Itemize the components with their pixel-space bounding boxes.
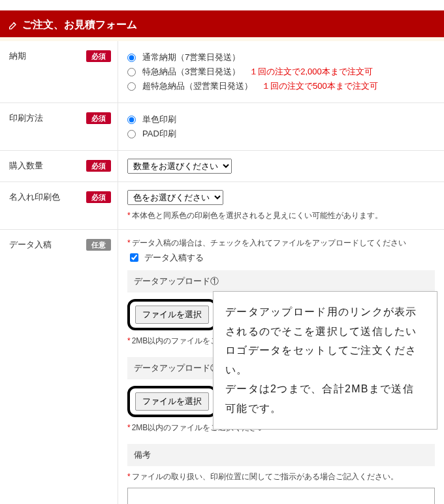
asterisk-icon: *	[127, 423, 131, 432]
delivery-radio-express[interactable]	[127, 68, 136, 76]
form-title: ご注文、お見積フォーム	[22, 18, 137, 32]
asterisk-icon: *	[127, 238, 131, 247]
print-color-help: *本体色と同系色の印刷色を選択されると見えにくい可能性があります。	[127, 210, 435, 221]
asterisk-icon: *	[127, 472, 131, 481]
required-badge: 必須	[86, 191, 111, 203]
delivery-label: 納期	[9, 50, 26, 62]
remarks-help: *ファイルの取り扱い、印刷位置に関してご指示がある場合ご記入ください。	[127, 471, 435, 482]
remarks-textarea[interactable]	[127, 488, 435, 504]
data-submit-checkbox[interactable]	[130, 253, 138, 262]
print-method-option-single[interactable]: 単色印刷	[127, 114, 435, 125]
delivery-option-superexpress[interactable]: 超特急納品（翌営業日発送） １回の注文で500本まで注文可	[127, 80, 435, 92]
asterisk-icon: *	[127, 336, 131, 345]
data-submit-checkbox-wrap[interactable]: データ入稿する	[127, 251, 435, 264]
required-badge: 必須	[86, 160, 111, 172]
edit-icon	[8, 20, 18, 31]
optional-badge: 任意	[86, 239, 111, 251]
required-badge: 必須	[86, 50, 111, 62]
upload2-highlight: ファイルを選択	[127, 386, 217, 417]
upload-help-tooltip: データアップロード用のリンクが表示されるのでそこを選択して送信したいロゴデータを…	[213, 291, 437, 430]
print-method-option-pad[interactable]: PAD印刷	[127, 128, 435, 140]
delivery-option-normal[interactable]: 通常納期（7営業日発送）	[127, 52, 435, 63]
top-accent-bar	[0, 0, 444, 13]
print-method-label: 印刷方法	[9, 112, 43, 124]
remarks-heading: 備考	[127, 444, 435, 466]
row-print-color: 名入れ印刷色 必須 色をお選びください *本体色と同系色の印刷色を選択されると見…	[0, 182, 444, 230]
print-color-label: 名入れ印刷色	[9, 191, 60, 203]
form-header: ご注文、お見積フォーム	[0, 13, 444, 37]
row-delivery: 納期 必須 通常納期（7営業日発送） 特急納品（3営業日発送） １回の注文で2,…	[0, 41, 444, 103]
row-print-method: 印刷方法 必須 単色印刷 PAD印刷	[0, 103, 444, 151]
data-submit-checkbox-label: データ入稿する	[144, 252, 204, 264]
asterisk-icon: *	[127, 211, 131, 220]
print-method-radio-pad[interactable]	[127, 130, 136, 138]
quantity-label: 購入数量	[9, 160, 43, 172]
delivery-radio-normal[interactable]	[127, 54, 136, 62]
delivery-opt3-note: １回の注文で500本まで注文可	[262, 80, 378, 92]
delivery-radio-superexpress[interactable]	[127, 82, 136, 91]
tooltip-text: データアップロード用のリンクが表示されるのでそこを選択して送信したいロゴデータを…	[225, 306, 417, 414]
upload2-file-button[interactable]: ファイルを選択	[135, 392, 209, 411]
data-submit-help: *データ入稿の場合は、チェックを入れてファイルをアップロードしてください	[127, 238, 435, 249]
upload1-heading: データアップロード①	[127, 270, 435, 292]
delivery-option-express[interactable]: 特急納品（3営業日発送） １回の注文で2,000本まで注文可	[127, 66, 435, 78]
print-color-select[interactable]: 色をお選びください	[127, 190, 223, 205]
required-badge: 必須	[86, 112, 111, 124]
row-quantity: 購入数量 必須 数量をお選びください	[0, 151, 444, 182]
print-method-radio-single[interactable]	[127, 116, 136, 124]
delivery-opt2-text: 特急納品（3営業日発送）	[142, 66, 240, 78]
delivery-opt3-text: 超特急納品（翌営業日発送）	[142, 80, 253, 92]
delivery-opt2-note: １回の注文で2,000本まで注文可	[249, 66, 373, 78]
delivery-opt1-text: 通常納期（7営業日発送）	[142, 52, 240, 63]
upload1-highlight: ファイルを選択	[127, 299, 217, 330]
upload1-file-button[interactable]: ファイルを選択	[135, 306, 209, 324]
print-method-opt2-text: PAD印刷	[142, 128, 176, 140]
quantity-select[interactable]: 数量をお選びください	[127, 159, 232, 174]
print-method-opt1-text: 単色印刷	[142, 114, 176, 125]
data-submit-label: データ入稿	[9, 239, 52, 251]
